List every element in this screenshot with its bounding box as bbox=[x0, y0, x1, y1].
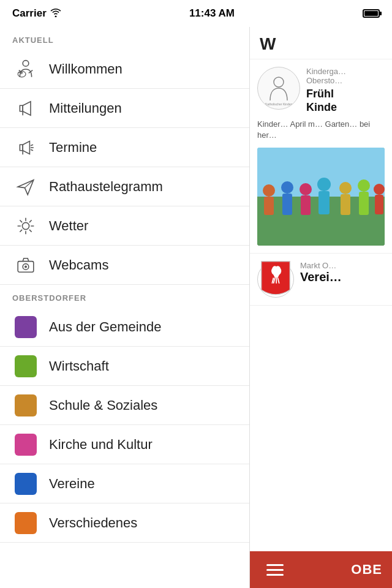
status-time: 11:43 AM bbox=[189, 7, 235, 20]
hamburger-button[interactable] bbox=[260, 554, 290, 585]
sidebar-item-verschiedenes[interactable]: Verschiedenes bbox=[0, 503, 249, 543]
sidebar-item-gemeinde-label: Aus der Gemeinde bbox=[49, 319, 161, 335]
svg-line-14 bbox=[29, 230, 31, 232]
megaphone-icon bbox=[12, 95, 39, 122]
content-card-2[interactable]: Markt O… Verei… bbox=[250, 254, 392, 306]
status-left: Carrier bbox=[12, 7, 61, 20]
right-header: W bbox=[250, 27, 392, 59]
svg-rect-34 bbox=[341, 194, 350, 215]
sidebar-item-vereine[interactable]: Vereine bbox=[0, 464, 249, 503]
status-bar: Carrier 11:43 AM bbox=[0, 0, 392, 27]
sidebar-item-willkommen-label: Willkommen bbox=[49, 61, 123, 77]
sidebar-item-wetter-label: Wetter bbox=[49, 218, 88, 234]
svg-rect-32 bbox=[318, 191, 330, 214]
coat-arms-logo bbox=[257, 261, 294, 298]
content-card-1[interactable]: Katholischer Kindergarten St. Martin Obe… bbox=[250, 59, 392, 254]
svg-rect-36 bbox=[359, 192, 369, 215]
card-title-2: Verei… bbox=[300, 270, 385, 284]
svg-point-0 bbox=[23, 60, 29, 66]
svg-rect-38 bbox=[375, 195, 383, 214]
gemeinde-color-icon bbox=[12, 314, 39, 341]
card-top-2: Markt O… Verei… bbox=[257, 261, 385, 298]
sidebar-item-willkommen[interactable]: Willkommen bbox=[0, 50, 249, 89]
horse-rider-icon bbox=[12, 56, 39, 83]
main-container: AKTUELL Willkommen bbox=[0, 27, 392, 588]
sidebar-item-kirche[interactable]: Kirche und Kultur bbox=[0, 425, 249, 464]
hamburger-line-3 bbox=[266, 574, 284, 576]
card-text-1: Kinderga… Obersto… Frühl Kinde bbox=[306, 67, 385, 114]
obe-label: OBE bbox=[351, 562, 382, 578]
right-panel-title: W bbox=[260, 34, 276, 53]
svg-rect-28 bbox=[282, 194, 292, 215]
section-header-aktuell: AKTUELL bbox=[0, 27, 249, 50]
sidebar-item-webcams[interactable]: Webcams bbox=[0, 246, 249, 285]
svg-point-35 bbox=[358, 179, 370, 192]
svg-point-37 bbox=[374, 184, 385, 195]
svg-line-4 bbox=[31, 145, 33, 146]
vereine-color-icon bbox=[12, 470, 39, 497]
sidebar-item-mitteilungen[interactable]: Mitteilungen bbox=[0, 89, 249, 128]
sun-icon bbox=[12, 213, 39, 239]
battery-icon bbox=[363, 9, 380, 18]
card-source-1: Kinderga… Obersto… bbox=[306, 67, 385, 85]
paper-plane-icon bbox=[12, 173, 39, 200]
svg-line-13 bbox=[20, 220, 22, 222]
card-source-2: Markt O… bbox=[300, 261, 385, 270]
sidebar-item-wirtschaft-label: Wirtschaft bbox=[49, 358, 109, 374]
svg-line-15 bbox=[29, 220, 31, 222]
card-title-1: Frühl Kinde bbox=[306, 88, 385, 114]
sidebar-item-wirtschaft[interactable]: Wirtschaft bbox=[0, 347, 249, 386]
sidebar-item-rathaustelegramm[interactable]: Rathaustelegramm bbox=[0, 167, 249, 206]
sidebar-item-gemeinde[interactable]: Aus der Gemeinde bbox=[0, 307, 249, 347]
svg-point-19 bbox=[24, 265, 27, 268]
sidebar-item-webcams-label: Webcams bbox=[49, 257, 108, 273]
crowd-illustration bbox=[257, 148, 385, 246]
sidebar-item-wetter[interactable]: Wetter bbox=[0, 206, 249, 246]
svg-point-25 bbox=[263, 184, 275, 197]
hamburger-line-1 bbox=[266, 564, 284, 566]
svg-point-8 bbox=[22, 222, 29, 229]
sidebar-item-mitteilungen-label: Mitteilungen bbox=[49, 100, 122, 116]
sidebar-item-termine-label: Termine bbox=[49, 140, 97, 156]
wifi-icon bbox=[50, 9, 61, 19]
camera-icon bbox=[12, 252, 39, 279]
sidebar-item-termine[interactable]: Termine bbox=[0, 128, 249, 167]
status-right bbox=[363, 9, 380, 18]
card-image-1 bbox=[257, 148, 385, 246]
sidebar-item-schule-label: Schule & Soziales bbox=[49, 398, 157, 413]
sidebar-item-rathaustelegramm-label: Rathaustelegramm bbox=[49, 179, 163, 195]
card-body-1: Kinder… April m… Garten… bei her… bbox=[257, 119, 385, 141]
sidebar: AKTUELL Willkommen bbox=[0, 27, 250, 588]
carrier-label: Carrier bbox=[12, 7, 47, 20]
svg-line-6 bbox=[31, 149, 33, 151]
card-top-1: Katholischer Kindergarten St. Martin Obe… bbox=[257, 67, 385, 114]
kindergarten-logo: Katholischer Kindergarten St. Martin Obe… bbox=[257, 67, 300, 110]
svg-point-20 bbox=[274, 77, 284, 87]
bottom-bar: OBE bbox=[250, 551, 392, 588]
svg-point-33 bbox=[339, 182, 352, 194]
svg-rect-26 bbox=[264, 197, 274, 215]
svg-rect-30 bbox=[301, 195, 311, 215]
sidebar-item-kirche-label: Kirche und Kultur bbox=[49, 437, 153, 453]
wirtschaft-color-icon bbox=[12, 353, 39, 380]
sidebar-item-verschiedenes-label: Verschiedenes bbox=[49, 515, 137, 531]
verschiedenes-color-icon bbox=[12, 510, 39, 537]
svg-point-29 bbox=[300, 183, 312, 195]
kirche-color-icon bbox=[12, 431, 39, 458]
right-panel: W Katholischer Kindergarten St. Martin O… bbox=[250, 27, 392, 588]
sidebar-item-vereine-label: Vereine bbox=[49, 476, 95, 492]
card-text-2: Markt O… Verei… bbox=[300, 261, 385, 284]
svg-text:Katholischer Kindergarten: Katholischer Kindergarten bbox=[265, 102, 297, 106]
svg-point-27 bbox=[281, 181, 293, 194]
svg-point-31 bbox=[317, 178, 331, 191]
section-header-oberstdorfer: OBERSTDORFER bbox=[0, 285, 249, 307]
megaphone-alt-icon bbox=[12, 134, 39, 161]
svg-line-16 bbox=[20, 230, 22, 232]
schule-color-icon bbox=[12, 392, 39, 419]
hamburger-line-2 bbox=[266, 569, 284, 571]
sidebar-item-schule[interactable]: Schule & Soziales bbox=[0, 386, 249, 425]
